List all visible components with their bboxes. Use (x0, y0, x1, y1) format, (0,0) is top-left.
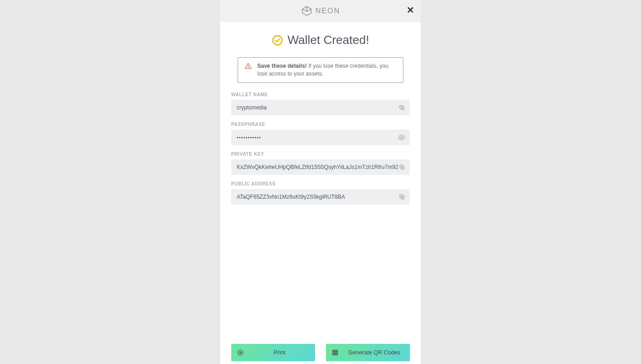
brand-logo: NEON (301, 5, 340, 17)
warning-icon (244, 62, 252, 70)
passphrase-label: PASSPHRASE (231, 122, 410, 127)
svg-rect-13 (333, 350, 338, 355)
wallet-name-value: cryptomedia (237, 104, 399, 111)
warning-text: Save these details! If you lose these cr… (257, 62, 397, 78)
copy-public-address-button[interactable] (399, 194, 405, 200)
svg-point-2 (248, 67, 248, 68)
copy-wallet-name-button[interactable] (399, 104, 405, 111)
grid-icon (331, 349, 339, 356)
title-row: Wallet Created! (231, 33, 410, 47)
close-icon: ✕ (407, 5, 414, 15)
warning-banner: Save these details! If you lose these cr… (238, 57, 403, 83)
copy-icon (399, 164, 405, 170)
close-button[interactable]: ✕ (407, 5, 414, 15)
wallet-name-field: WALLET NAME cryptomedia (231, 92, 410, 115)
public-address-label: PUBLIC ADDRESS (231, 181, 410, 186)
copy-icon (399, 194, 405, 200)
neon-logo-icon (301, 5, 313, 17)
copy-icon (399, 104, 405, 111)
panel-header: NEON ✕ (220, 0, 421, 22)
brand-name: NEON (315, 7, 340, 15)
reveal-passphrase-button[interactable] (398, 134, 405, 141)
eye-icon (398, 134, 405, 141)
page-title: Wallet Created! (288, 33, 369, 47)
generate-qr-button-label: Generate QR Codes (344, 349, 404, 356)
wallet-created-panel: NEON ✕ Wallet Created! (220, 0, 421, 364)
panel-content: Wallet Created! Save these details! If y… (220, 22, 421, 344)
private-key-value: KxZWvQkKwheUHpQBfeLZtfd15S5QsyhYiiLaJs1m… (237, 164, 399, 170)
generate-qr-button[interactable]: Generate QR Codes (326, 344, 410, 361)
copy-private-key-button[interactable] (399, 164, 405, 170)
private-key-field: PRIVATE KEY KxZWvQkKwheUHpQBfeLZtfd15S5Q… (231, 152, 410, 175)
passphrase-value: ••••••••••• (237, 135, 398, 140)
passphrase-field: PASSPHRASE ••••••••••• (231, 122, 410, 145)
private-key-label: PRIVATE KEY (231, 152, 410, 157)
public-address-box: ATaQF65ZZ3vNn1Mz6uKt9y2S5kgiRUT8BA (231, 189, 410, 205)
print-button-label: Print (250, 349, 310, 356)
print-button[interactable]: Print (231, 344, 315, 361)
public-address-value: ATaQF65ZZ3vNn1Mz6uKt9y2S5kgiRUT8BA (237, 194, 399, 200)
wallet-name-label: WALLET NAME (231, 92, 410, 97)
svg-point-5 (401, 136, 402, 138)
warning-strong: Save these details! (257, 63, 307, 69)
success-check-icon (272, 35, 283, 46)
public-address-field: PUBLIC ADDRESS ATaQF65ZZ3vNn1Mz6uKt9y2S5… (231, 181, 410, 205)
wallet-name-box: cryptomedia (231, 100, 410, 115)
private-key-box: KxZWvQkKwheUHpQBfeLZtfd15S5QsyhYiiLaJs1m… (231, 159, 410, 175)
passphrase-box: ••••••••••• (231, 130, 410, 145)
print-icon (237, 349, 244, 356)
footer-actions: Print Generate QR Codes (220, 344, 421, 364)
